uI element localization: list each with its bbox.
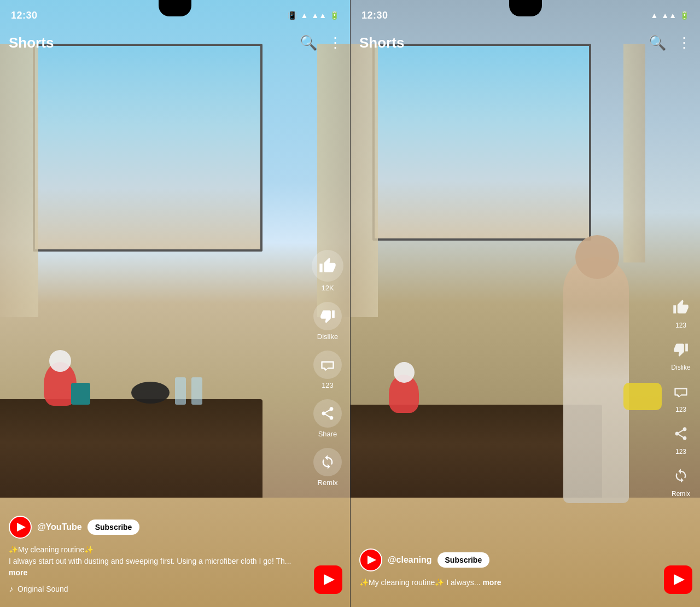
action-sidebar-right: 123 Dislike 123	[668, 295, 693, 498]
share-button-right[interactable]: 123	[668, 421, 693, 456]
battery-icon: 🔋	[330, 11, 339, 20]
more-link-left[interactable]: more	[9, 568, 27, 577]
bottom-info-right: @cleaning Subscribe ✨My cleaning routine…	[351, 548, 656, 594]
more-icon-left[interactable]: ⋮	[328, 34, 341, 51]
like-button-right[interactable]: 123	[668, 295, 693, 329]
comment-count-right: 123	[675, 406, 686, 413]
toy-head	[49, 350, 71, 372]
share-icon-right	[668, 421, 693, 446]
music-note-icon-left: ♪	[9, 584, 13, 594]
yt-bottom-icon-right	[674, 574, 685, 585]
channel-name-right: @cleaning	[388, 555, 432, 565]
status-time-left: 12:30	[11, 10, 38, 21]
comment-count-left: 123	[322, 381, 334, 389]
search-icon-left[interactable]: 🔍	[300, 34, 317, 51]
yellow-cloth	[623, 383, 662, 410]
header-icons-left: 🔍 ⋮	[300, 34, 341, 51]
like-button-left[interactable]: 12K	[312, 250, 343, 292]
teal-cup	[71, 383, 90, 405]
remix-label-right: Remix	[672, 490, 690, 498]
toy-head-right	[394, 362, 415, 383]
glass2	[191, 377, 202, 405]
dislike-button-right[interactable]: Dislike	[668, 337, 693, 371]
header-icons-right: 🔍 ⋮	[649, 34, 691, 51]
remix-icon-left	[313, 448, 342, 476]
subscribe-button-left[interactable]: Subscribe	[88, 520, 140, 535]
glass1	[175, 377, 186, 405]
sound-label-left: Original Sound	[18, 585, 68, 593]
camera-notch-left	[159, 0, 191, 16]
yt-bottom-button-right[interactable]	[664, 565, 692, 594]
dislike-label-right: Dislike	[671, 364, 690, 371]
dislike-label-left: Dislike	[317, 332, 338, 341]
comments-button-left[interactable]: 123	[313, 351, 342, 389]
window-shape	[33, 44, 262, 252]
video-description-right: ✨My cleaning routine✨ I always... more	[359, 577, 648, 588]
wifi-icon-right: ▲	[650, 11, 658, 20]
comments-icon-left	[313, 351, 342, 379]
channel-avatar-right	[359, 548, 382, 571]
right-phone-panel: 12:30 ▲ ▲▲ 🔋 Shorts 🔍 ⋮ 123	[350, 0, 700, 607]
share-button-left[interactable]: Share	[313, 399, 342, 438]
signal-icon: ▲▲	[311, 11, 326, 20]
shorts-header-right: Shorts 🔍 ⋮	[351, 26, 700, 59]
like-icon-left	[312, 250, 343, 282]
status-time-right: 12:30	[361, 10, 388, 21]
channel-avatar-left	[9, 516, 32, 539]
more-link-right[interactable]: more	[482, 578, 501, 587]
like-icon-right	[668, 295, 693, 320]
dislike-icon-right	[668, 337, 693, 362]
curtain-left-right	[351, 44, 378, 317]
remix-button-right[interactable]: Remix	[668, 463, 693, 498]
share-icon-left	[313, 399, 342, 428]
shorts-title-left: Shorts	[9, 34, 54, 51]
signal-icon-right: ▲▲	[661, 11, 676, 20]
vibrate-icon: 📳	[288, 11, 297, 20]
share-label-left: Share	[318, 430, 337, 438]
subscribe-button-right[interactable]: Subscribe	[438, 552, 490, 568]
remix-icon-right	[668, 463, 693, 488]
action-sidebar-left: 12K Dislike 123	[312, 250, 343, 487]
shorts-header-left: Shorts 🔍 ⋮	[0, 26, 350, 59]
share-count-right: 123	[675, 448, 686, 456]
channel-name-left: @YouTube	[37, 522, 82, 532]
bottom-info-left: @YouTube Subscribe ✨My cleaning routine✨…	[0, 516, 306, 594]
curtain-left	[0, 44, 38, 317]
battery-icon-right: 🔋	[680, 11, 689, 20]
like-count-right: 123	[675, 322, 686, 329]
wifi-icon: ▲	[300, 11, 308, 20]
video-description-left: ✨My cleaning routine✨ I always start out…	[9, 544, 298, 579]
bowl	[131, 382, 170, 404]
channel-row-right: @cleaning Subscribe	[359, 548, 648, 571]
shorts-title-right: Shorts	[359, 34, 404, 51]
comments-icon-right	[668, 379, 693, 404]
dislike-icon-left	[313, 302, 342, 330]
video-background-right	[351, 0, 700, 607]
comments-button-right[interactable]: 123	[668, 379, 693, 413]
search-icon-right[interactable]: 🔍	[649, 34, 666, 51]
channel-row-left: @YouTube Subscribe	[9, 516, 298, 539]
yt-play-icon-left	[17, 523, 26, 532]
dislike-button-left[interactable]: Dislike	[313, 302, 342, 341]
remix-button-left[interactable]: Remix	[313, 448, 342, 487]
status-icons-left: 📳 ▲ ▲▲ 🔋	[288, 11, 339, 20]
yt-play-icon-right	[368, 556, 376, 564]
table-top	[0, 399, 262, 509]
left-phone-panel: 12:30 📳 ▲ ▲▲ 🔋 Shorts 🔍 ⋮ 12K	[0, 0, 350, 607]
remix-label-left: Remix	[318, 478, 338, 487]
status-icons-right: ▲ ▲▲ 🔋	[650, 11, 689, 20]
yt-bottom-icon-left	[324, 574, 335, 585]
camera-notch-right	[509, 0, 542, 16]
sound-row-left: ♪ Original Sound	[9, 584, 298, 594]
like-count-left: 12K	[321, 284, 334, 292]
window-shape-right	[372, 44, 591, 241]
person-head	[575, 235, 619, 279]
curtain-right-right	[623, 44, 645, 262]
yt-bottom-button-left[interactable]	[314, 565, 342, 594]
person-body	[563, 257, 629, 503]
more-icon-right[interactable]: ⋮	[677, 34, 691, 51]
